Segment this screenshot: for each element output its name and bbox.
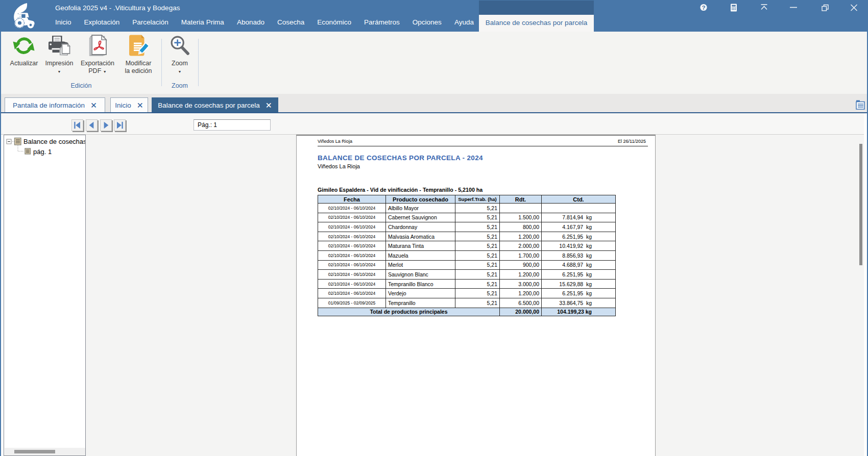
svg-text:?: ? [702, 5, 705, 11]
